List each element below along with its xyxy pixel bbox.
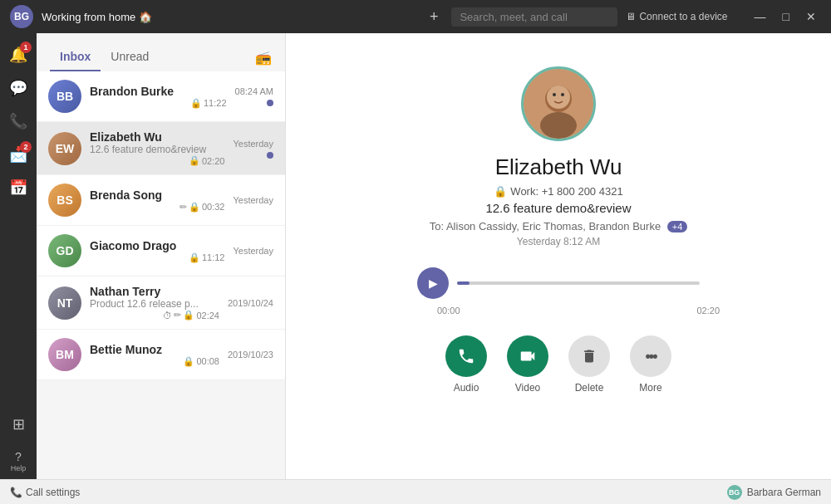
contact-item-giacomo[interactable]: GD Giacomo Drago 🔒 11:12 Yesterday: [37, 226, 285, 276]
sidebar: Inbox Unread 📻 BB Brandon Burke 🔒 11:22 …: [37, 33, 286, 479]
clock-icon: ⏱: [163, 311, 172, 321]
call-settings[interactable]: 📞 Call settings: [10, 487, 80, 498]
svg-point-3: [547, 86, 570, 109]
svg-point-2: [540, 112, 577, 139]
play-button[interactable]: ▶: [417, 267, 449, 299]
contact-time-bettie: 2019/10/23: [228, 350, 273, 360]
close-button[interactable]: ✕: [801, 8, 821, 25]
contact-info-brandon: Brandon Burke 🔒 11:22: [90, 85, 227, 109]
activity-badge: 1: [20, 42, 32, 53]
nav-item-calls[interactable]: 📞: [3, 106, 33, 136]
calls-icon: 📞: [9, 112, 27, 130]
tab-unread[interactable]: Unread: [101, 43, 159, 71]
detail-to-badge: +4: [667, 221, 688, 232]
contact-meta-brenda: Yesterday: [233, 195, 273, 205]
contact-item-brenda[interactable]: BS Brenda Song ✏ 🔒 00:32 Yesterday: [37, 175, 285, 226]
window-controls: — □ ✕: [750, 8, 821, 25]
progress-fill: [457, 281, 470, 285]
search-input[interactable]: [451, 7, 617, 27]
maximize-button[interactable]: □: [778, 8, 794, 25]
audio-icon-circle: [445, 335, 487, 377]
pencil-icon-2: ✏: [174, 310, 181, 321]
contact-name-brenda: Brenda Song: [90, 188, 224, 202]
contact-meta-elizabeth: Yesterday: [233, 139, 273, 159]
action-delete[interactable]: Delete: [568, 335, 610, 394]
nav-item-activity[interactable]: 🔔 1: [3, 40, 33, 70]
audio-times: 00:00 02:20: [437, 306, 720, 316]
contact-duration-nathan: ⏱ ✏ 🔒 02:24: [90, 310, 219, 321]
contact-name-giacomo: Giacomo Drago: [90, 239, 224, 252]
action-video[interactable]: Video: [507, 335, 548, 394]
help-label: Help: [11, 464, 27, 472]
filter-icon[interactable]: 📻: [255, 50, 272, 66]
delete-label: Delete: [575, 382, 604, 394]
lock-icon-2: 🔒: [189, 155, 200, 166]
contact-name-brandon: Brandon Burke: [90, 85, 227, 98]
lock-icon: 🔒: [190, 98, 202, 109]
left-nav: 🔔 1 💬 📞 📩 2 📅 ⊞ ? Help: [0, 33, 37, 479]
tab-inbox[interactable]: Inbox: [50, 43, 101, 71]
contact-info-giacomo: Giacomo Drago 🔒 11:12: [90, 239, 224, 263]
contact-name-bettie: Bettie Munoz: [90, 343, 219, 356]
action-audio[interactable]: Audio: [445, 335, 487, 394]
contact-preview-nathan: Product 12.6 release p...: [90, 298, 219, 310]
audio-player: ▶: [417, 267, 700, 299]
contact-meta-giacomo: Yesterday: [233, 246, 273, 256]
detail-timestamp: Yesterday 8:12 AM: [517, 236, 600, 247]
contact-item-nathan[interactable]: NT Nathan Terry Product 12.6 release p..…: [37, 276, 285, 330]
nav-item-calendar[interactable]: 📅: [3, 173, 33, 203]
contact-duration-brenda: ✏ 🔒 00:32: [90, 202, 224, 213]
audio-label: Audio: [454, 382, 479, 394]
apps-icon: ⊞: [12, 415, 25, 433]
lock-icon-5: 🔒: [183, 310, 194, 321]
avatar-brenda: BS: [48, 183, 81, 217]
delete-icon-circle: [568, 335, 610, 377]
progress-bar[interactable]: [457, 281, 700, 285]
detail-phone: 🔒 Work: +1 800 200 4321: [494, 185, 622, 198]
nav-item-voicemail[interactable]: 📩 2: [3, 139, 33, 169]
video-icon-circle: [507, 335, 548, 377]
contact-time-brenda: Yesterday: [233, 195, 273, 205]
voicemail-badge: 2: [20, 141, 32, 153]
contact-item-brandon[interactable]: BB Brandon Burke 🔒 11:22 08:24 AM: [37, 71, 285, 122]
contact-meta-brandon: 08:24 AM: [235, 86, 273, 106]
contact-item-bettie[interactable]: BM Bettie Munoz 🔒 00:08 2019/10/23: [37, 330, 285, 380]
statusbar: 📞 Call settings BG Barbara German: [0, 479, 831, 504]
avatar-elizabeth: EW: [48, 132, 81, 165]
svg-point-5: [561, 93, 564, 96]
calendar-icon: 📅: [9, 179, 27, 197]
minimize-button[interactable]: —: [750, 8, 771, 25]
detail-pane: Elizabeth Wu 🔒 Work: +1 800 200 4321 12.…: [286, 33, 831, 479]
contact-duration-bettie: 🔒 00:08: [90, 356, 219, 367]
contact-time-elizabeth: Yesterday: [233, 139, 273, 149]
statusbar-avatar: BG: [727, 485, 742, 500]
sidebar-header: Inbox Unread 📻: [37, 33, 285, 71]
video-label: Video: [515, 382, 540, 394]
contact-item-elizabeth[interactable]: EW Elizabeth Wu 12.6 feature demo&review…: [37, 122, 285, 175]
contact-meta-bettie: 2019/10/23: [228, 350, 273, 360]
sidebar-tabs: Inbox Unread: [50, 43, 159, 71]
add-button[interactable]: +: [425, 7, 444, 27]
nav-item-help[interactable]: ? Help: [3, 443, 33, 479]
phone-icon-status: 📞: [10, 487, 22, 498]
connect-device-button[interactable]: 🖥 Connect to a device: [626, 11, 727, 22]
contact-time-giacomo: Yesterday: [233, 246, 273, 256]
contact-info-nathan: Nathan Terry Product 12.6 release p... ⏱…: [90, 285, 219, 321]
chat-icon: 💬: [9, 79, 27, 97]
lock-icon-4: 🔒: [189, 252, 200, 263]
action-more[interactable]: ••• More: [630, 335, 671, 394]
contact-duration-giacomo: 🔒 11:12: [90, 252, 224, 263]
contact-list: BB Brandon Burke 🔒 11:22 08:24 AM EW: [37, 71, 285, 479]
contact-preview-elizabeth: 12.6 feature demo&review: [90, 144, 224, 155]
contact-info-brenda: Brenda Song ✏ 🔒 00:32: [90, 188, 224, 213]
unread-dot-brandon: [267, 100, 273, 106]
avatar-giacomo: GD: [48, 234, 81, 267]
avatar-brandon: BB: [48, 80, 81, 113]
contact-info-bettie: Bettie Munoz 🔒 00:08: [90, 343, 219, 367]
nav-item-apps[interactable]: ⊞: [3, 409, 33, 439]
svg-point-4: [553, 93, 556, 96]
nav-item-chat[interactable]: 💬: [3, 73, 33, 103]
user-avatar[interactable]: BG: [10, 5, 33, 28]
detail-to: To: Alison Cassidy, Eric Thomas, Brandon…: [430, 220, 688, 232]
monitor-icon: 🖥: [626, 11, 636, 22]
